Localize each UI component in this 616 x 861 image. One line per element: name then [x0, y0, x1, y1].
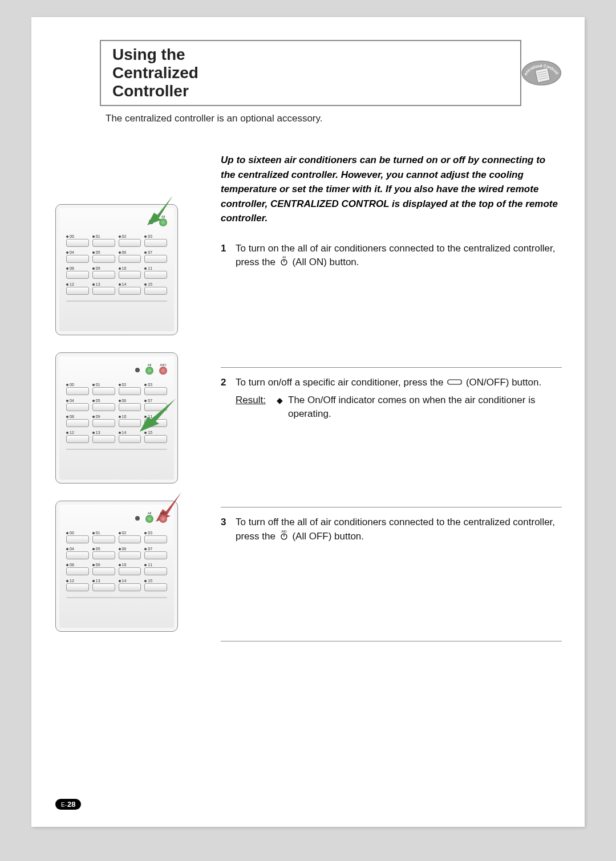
unit-button-04: 04 — [66, 399, 89, 411]
unit-button-07: 07 — [144, 399, 167, 411]
unit-button-11: 11 — [144, 415, 167, 427]
unit-button-08: 08 — [66, 266, 89, 279]
all-off-circle-icon — [159, 367, 167, 375]
button-grid: 00010203040506070809101112131415 — [66, 531, 167, 591]
unit-button-07: 07 — [144, 250, 167, 263]
unit-button-14: 14 — [119, 579, 141, 591]
unit-button-15: 15 — [144, 282, 167, 295]
power-led-icon — [135, 368, 140, 372]
unit-button-02: 02 — [119, 531, 141, 543]
unit-button-11: 11 — [144, 266, 167, 279]
all-on-button: All — [145, 363, 153, 377]
unit-button-03: 03 — [144, 234, 167, 247]
unit-button-11: 11 — [144, 563, 167, 575]
unit-button-10: 10 — [119, 266, 141, 279]
step-3: 3 To turn off the all of air conditioner… — [221, 507, 562, 641]
unit-button-14: 14 — [119, 431, 141, 443]
all-on-icon: All — [279, 255, 289, 270]
page-number-badge: E-28 — [55, 799, 81, 810]
manual-page: Using the Centralized Controller Central… — [31, 17, 585, 827]
unit-button-06: 06 — [119, 547, 141, 559]
result-label: Result: — [236, 393, 277, 421]
unit-button-15: 15 — [144, 579, 167, 591]
svg-rect-3 — [536, 68, 550, 83]
unit-button-02: 02 — [119, 234, 141, 247]
all-on-circle-icon — [145, 515, 153, 523]
unit-button-00: 00 — [66, 234, 89, 247]
svg-rect-14 — [448, 380, 461, 384]
unit-button-14: 14 — [119, 282, 141, 295]
all-on-button: All — [159, 215, 167, 229]
unit-button-09: 09 — [92, 563, 115, 575]
unit-button-02: 02 — [119, 383, 141, 395]
all-on-circle-icon — [159, 218, 167, 226]
onoff-button-icon — [447, 376, 462, 390]
unit-button-09: 09 — [92, 266, 115, 279]
power-led-icon — [149, 220, 153, 224]
result-text: The On/Off indicator comes on when the a… — [288, 393, 562, 421]
figures-column: All 00010203040506070809101112131415 All — [55, 153, 204, 649]
all-off-circle-icon — [159, 515, 167, 523]
all-off-button: AllO — [159, 363, 167, 377]
unit-button-03: 03 — [144, 383, 167, 395]
page-subtitle: The centralized controller is an optiona… — [106, 113, 585, 124]
controller-figure-all-off: All AllO 0001020304050607080910111213141… — [55, 501, 178, 632]
all-on-circle-icon — [145, 367, 153, 375]
button-grid: 00010203040506070809101112131415 — [66, 234, 167, 295]
controller-figure-onoff: All AllO 0001020304050607080910111213141… — [55, 352, 178, 484]
unit-button-05: 05 — [92, 399, 115, 411]
button-grid: 00010203040506070809101112131415 — [66, 383, 167, 443]
unit-button-13: 13 — [92, 579, 115, 591]
unit-button-12: 12 — [66, 431, 89, 443]
step-text-after: (All OFF) button. — [292, 531, 364, 542]
unit-button-15: 15 — [144, 431, 167, 443]
unit-button-04: 04 — [66, 250, 89, 263]
step-text: To turn on/off a specific air conditione… — [236, 377, 446, 388]
unit-button-10: 10 — [119, 415, 141, 427]
step-text-after: (All ON) button. — [292, 257, 359, 267]
unit-button-13: 13 — [92, 282, 115, 295]
controller-figure-all-on: All 00010203040506070809101112131415 — [55, 204, 178, 335]
unit-button-08: 08 — [66, 563, 89, 575]
unit-button-06: 06 — [119, 399, 141, 411]
unit-button-12: 12 — [66, 282, 89, 295]
unit-button-06: 06 — [119, 250, 141, 263]
result-row: Result: The On/Off indicator comes on wh… — [236, 393, 562, 421]
content-column: Up to sixteen air conditioners can be tu… — [204, 153, 562, 649]
unit-button-12: 12 — [66, 579, 89, 591]
body-area: All 00010203040506070809101112131415 All — [31, 153, 585, 649]
unit-button-08: 08 — [66, 415, 89, 427]
unit-button-01: 01 — [92, 531, 115, 543]
step-1: 1 To turn on the all of air conditioners… — [221, 242, 562, 367]
page-header: Using the Centralized Controller Central… — [100, 40, 562, 106]
unit-button-10: 10 — [119, 563, 141, 575]
unit-button-00: 00 — [66, 383, 89, 395]
unit-button-09: 09 — [92, 415, 115, 427]
lead-paragraph: Up to sixteen air conditioners can be tu… — [221, 153, 562, 226]
step-text-after: (ON/OFF) button. — [466, 377, 541, 388]
all-off-icon: AllO — [279, 530, 289, 545]
unit-button-05: 05 — [92, 250, 115, 263]
power-led-icon — [135, 516, 140, 521]
unit-button-03: 03 — [144, 531, 167, 543]
all-off-button: AllO — [159, 511, 167, 525]
unit-button-07: 07 — [144, 547, 167, 559]
page-title: Using the Centralized Controller — [112, 46, 269, 100]
step-2: 2 To turn on/off a specific air conditio… — [221, 367, 562, 507]
diamond-bullet-icon — [277, 393, 288, 421]
all-on-button: All — [145, 511, 153, 525]
unit-button-01: 01 — [92, 383, 115, 395]
unit-button-05: 05 — [92, 547, 115, 559]
svg-text:AllO: AllO — [281, 530, 287, 533]
unit-button-13: 13 — [92, 431, 115, 443]
unit-button-04: 04 — [66, 547, 89, 559]
centralized-controller-badge: Centralized Controller — [521, 53, 562, 93]
svg-text:All: All — [282, 255, 286, 259]
title-box: Using the Centralized Controller — [100, 40, 521, 106]
unit-button-01: 01 — [92, 234, 115, 247]
unit-button-00: 00 — [66, 531, 89, 543]
